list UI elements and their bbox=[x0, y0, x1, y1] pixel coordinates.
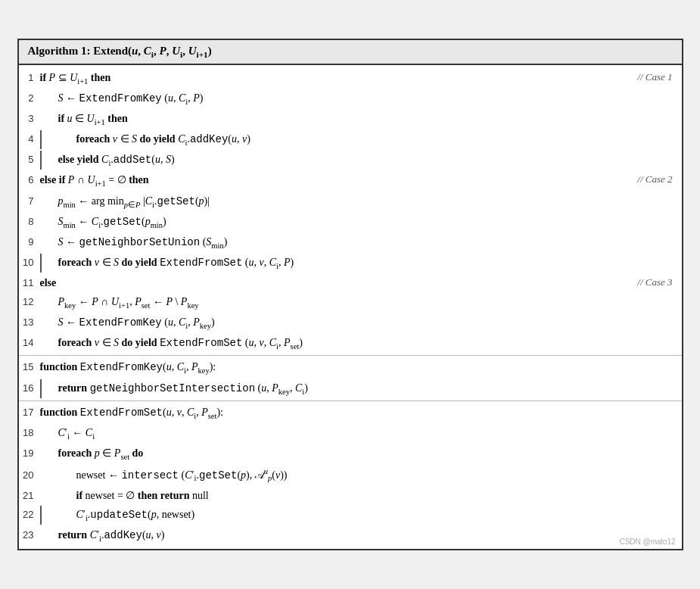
line-content: S ← getNeighborSetUnion (Smin) bbox=[40, 233, 682, 252]
line-content: foreach v ∈ S do yield Ci.addKey(u, v) bbox=[40, 130, 682, 149]
line-number: 2 bbox=[19, 90, 40, 106]
line-content: S ← ExtendFromKey (u, Ci, Pkey) bbox=[40, 313, 682, 332]
line-number: 7 bbox=[19, 193, 40, 209]
line-number: 8 bbox=[19, 213, 40, 229]
algorithm-line: 2S ← ExtendFromKey (u, Ci, P) bbox=[19, 89, 682, 109]
line-number: 1 bbox=[19, 70, 40, 86]
line-content: else bbox=[40, 274, 682, 291]
algorithm-title: Algorithm 1: Extend(u, Ci, P, Ui, Ui+1) bbox=[28, 45, 212, 57]
algorithm-line: 15function ExtendFromKey(u, Ci, Pkey): bbox=[19, 357, 682, 378]
line-number: 22 bbox=[19, 506, 40, 522]
line-content: foreach p ∈ Pset do bbox=[40, 444, 682, 463]
line-number: 12 bbox=[19, 294, 40, 310]
line-number: 17 bbox=[19, 404, 40, 420]
algorithm-line: 16return getNeighborSetIntersection (u, … bbox=[19, 379, 682, 399]
line-content: pmin ← arg minp∈P |Ci.getSet(p)| bbox=[40, 192, 682, 211]
line-content: S ← ExtendFromKey (u, Ci, P) bbox=[40, 89, 682, 108]
line-content: Smin ← Ci.getSet(pmin) bbox=[40, 213, 682, 232]
line-content: if newset = ∅ then return null bbox=[40, 487, 682, 504]
line-number: 11 bbox=[19, 275, 40, 291]
line-comment: // Case 1 bbox=[637, 69, 672, 85]
line-number: 15 bbox=[19, 359, 40, 375]
algorithm-line: 20newset ← intersect (C′i.getSet(p), 𝒜up… bbox=[19, 464, 682, 486]
line-content: foreach v ∈ S do yield ExtendFromSet (u,… bbox=[40, 254, 682, 273]
algorithm-line: 11else// Case 3 bbox=[19, 273, 682, 292]
line-content: foreach v ∈ S do yield ExtendFromSet (u,… bbox=[40, 334, 682, 353]
line-number: 16 bbox=[19, 380, 40, 396]
algorithm-line: 17function ExtendFromSet(u, v, Ci, Pset)… bbox=[19, 403, 682, 423]
algorithm-line: 10foreach v ∈ S do yield ExtendFromSet (… bbox=[19, 253, 682, 273]
line-content: return getNeighborSetIntersection (u, Pk… bbox=[40, 379, 682, 398]
line-number: 6 bbox=[19, 172, 40, 188]
algorithm-line: 7pmin ← arg minp∈P |Ci.getSet(p)| bbox=[19, 192, 682, 212]
algorithm-line: 22C′i.updateSet(p, newset) bbox=[19, 505, 682, 525]
line-number: 5 bbox=[19, 151, 40, 167]
line-number: 9 bbox=[19, 234, 40, 250]
algorithm-line: 13S ← ExtendFromKey (u, Ci, Pkey) bbox=[19, 313, 682, 333]
algorithm-line: 1if P ⊆ Ui+1 then// Case 1 bbox=[19, 68, 682, 89]
line-content: else if P ∩ Ui+1 = ∅ then bbox=[40, 171, 682, 190]
line-content: C′i.updateSet(p, newset) bbox=[40, 506, 682, 525]
algorithm-line: 5else yield Ci.addSet(u, S) bbox=[19, 150, 682, 170]
algorithm-line: 14foreach v ∈ S do yield ExtendFromSet (… bbox=[19, 333, 682, 354]
line-number: 13 bbox=[19, 314, 40, 330]
line-content: newset ← intersect (C′i.getSet(p), 𝒜up(v… bbox=[40, 465, 682, 485]
line-comment: // Case 3 bbox=[637, 274, 672, 290]
algorithm-line: 23return C′i.addKey(u, v) bbox=[19, 525, 682, 546]
line-content: Pkey ← P ∩ Ui+1, Pset ← P \ Pkey bbox=[40, 293, 682, 312]
line-content: if u ∈ Ui+1 then bbox=[40, 110, 682, 129]
line-content: function ExtendFromSet(u, v, Ci, Pset): bbox=[40, 404, 682, 422]
algorithm-line: 3if u ∈ Ui+1 then bbox=[19, 109, 682, 129]
line-number: 23 bbox=[19, 527, 40, 543]
line-number: 4 bbox=[19, 131, 40, 147]
line-content: if P ⊆ Ui+1 then bbox=[40, 69, 682, 88]
algorithm-line: 4foreach v ∈ S do yield Ci.addKey(u, v) bbox=[19, 129, 682, 150]
algorithm-line: 18C′i ← Ci bbox=[19, 423, 682, 444]
line-number: 20 bbox=[19, 467, 40, 483]
algorithm-line: 19foreach p ∈ Pset do bbox=[19, 444, 682, 464]
line-content: return C′i.addKey(u, v) bbox=[40, 526, 682, 545]
algorithm-line: 21if newset = ∅ then return null bbox=[19, 486, 682, 505]
algorithm-line: 12Pkey ← P ∩ Ui+1, Pset ← P \ Pkey bbox=[19, 292, 682, 313]
algorithm-container: Algorithm 1: Extend(u, Ci, P, Ui, Ui+1) … bbox=[17, 39, 683, 550]
line-number: 18 bbox=[19, 425, 40, 441]
line-number: 19 bbox=[19, 445, 40, 461]
algorithm-line: 9S ← getNeighborSetUnion (Smin) bbox=[19, 232, 682, 253]
algorithm-header: Algorithm 1: Extend(u, Ci, P, Ui, Ui+1) bbox=[19, 40, 682, 65]
algorithm-body: 1if P ⊆ Ui+1 then// Case 12S ← ExtendFro… bbox=[19, 65, 682, 549]
line-number: 10 bbox=[19, 254, 40, 270]
line-content: else yield Ci.addSet(u, S) bbox=[40, 151, 682, 170]
watermark: CSDN @malo12 bbox=[619, 538, 675, 546]
line-number: 21 bbox=[19, 488, 40, 503]
algorithm-line: 8Smin ← Ci.getSet(pmin) bbox=[19, 212, 682, 232]
line-comment: // Case 2 bbox=[637, 171, 672, 187]
line-content: C′i ← Ci bbox=[40, 424, 682, 443]
algorithm-line: 6else if P ∩ Ui+1 = ∅ then// Case 2 bbox=[19, 170, 682, 191]
line-number: 14 bbox=[19, 335, 40, 351]
line-content: function ExtendFromKey(u, Ci, Pkey): bbox=[40, 358, 682, 377]
line-number: 3 bbox=[19, 111, 40, 126]
